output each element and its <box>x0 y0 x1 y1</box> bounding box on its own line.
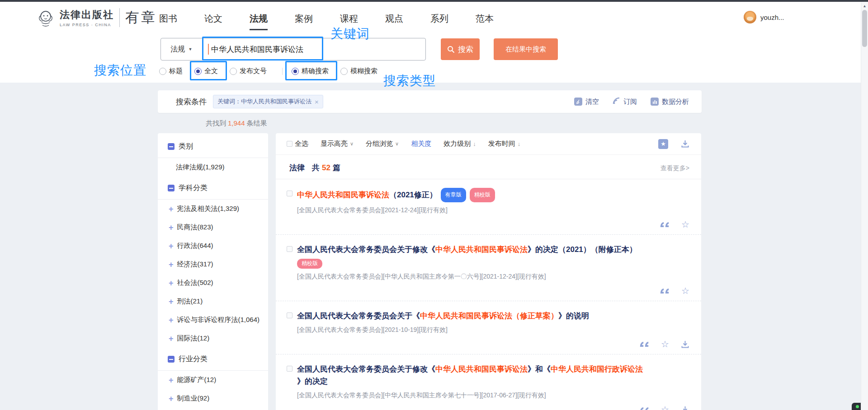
scrollbar-thumb[interactable] <box>862 10 867 47</box>
radio-icon[interactable] <box>292 68 299 75</box>
star-button[interactable]: ☆ <box>681 220 689 229</box>
nav-item-系列[interactable]: 系列 <box>430 13 448 30</box>
expand-plus-icon[interactable]: + <box>169 335 174 342</box>
action-label: 清空 <box>585 98 599 106</box>
sidebar-item[interactable]: +社会法(502) <box>158 274 268 292</box>
site-logo[interactable]: 法律出版社 LAW PRESS · CHINA 有章 <box>35 7 157 28</box>
expand-plus-icon[interactable]: + <box>169 224 174 231</box>
search-category-select[interactable]: 法规 ▼ <box>161 38 203 60</box>
result-title[interactable]: 全国人民代表大会常务委员会关于《中华人民共和国民事诉讼法（修正草案）》的说明 <box>297 310 589 322</box>
condition-tag-text: 关键词：中华人民共和国民事诉讼法 <box>217 98 311 106</box>
action-订阅[interactable]: 订阅 <box>613 97 637 106</box>
sidebar-item[interactable]: +民商法(823) <box>158 218 268 237</box>
radio-icon[interactable] <box>230 68 237 75</box>
nav-item-课程[interactable]: 课程 <box>340 13 358 30</box>
title-text: 全国人民代表大会常务委员会关于修改《 <box>297 245 435 254</box>
sidebar-item[interactable]: +制造业(92) <box>158 389 268 408</box>
download-all-button[interactable] <box>681 140 689 148</box>
view-more-link[interactable]: 查看更多> <box>660 164 689 172</box>
result-checkbox[interactable] <box>287 366 292 372</box>
download-button[interactable] <box>681 405 689 410</box>
collapse-minus-icon[interactable] <box>168 185 175 191</box>
result-checkbox[interactable] <box>287 312 292 318</box>
star-button[interactable]: ☆ <box>681 286 689 295</box>
highlight-dropdown[interactable]: 显示高亮 ∨ <box>321 140 354 148</box>
group-view-dropdown[interactable]: 分组浏览 ∨ <box>366 140 399 148</box>
page-scrollbar[interactable]: ▲ <box>861 2 868 410</box>
user-account[interactable]: youzh... <box>744 11 784 23</box>
result-title[interactable]: 全国人民代表大会常务委员会关于修改《中华人民共和国民事诉讼法》和《中华人民共和国… <box>297 363 643 387</box>
nav-item-法规[interactable]: 法规 <box>250 13 268 30</box>
expand-plus-icon[interactable]: + <box>169 396 174 402</box>
sidebar-item[interactable]: +能源矿产(12) <box>158 371 268 389</box>
mode-label: 模糊搜索 <box>350 67 377 75</box>
expand-plus-icon[interactable]: + <box>169 243 174 249</box>
scope-全文[interactable]: 全文 <box>194 67 218 75</box>
expand-plus-icon[interactable]: + <box>169 280 174 286</box>
sidebar-item[interactable]: +行政法(644) <box>158 237 268 255</box>
logo-divider <box>119 8 120 27</box>
nav-item-论文[interactable]: 论文 <box>204 13 222 30</box>
sidebar-section-行业分类[interactable]: 行业分类 <box>158 348 268 370</box>
title-text: 》的决定 <box>297 377 328 386</box>
sidebar-item[interactable]: +诉讼与非诉讼程序法(1,064) <box>158 311 268 329</box>
expand-plus-icon[interactable]: + <box>169 317 174 323</box>
scope-标题[interactable]: 标题 <box>159 67 183 75</box>
user-avatar[interactable] <box>744 11 756 23</box>
result-checkbox[interactable] <box>287 191 292 196</box>
checkbox-icon[interactable] <box>287 141 292 147</box>
nav-item-图书[interactable]: 图书 <box>159 13 177 30</box>
expand-plus-icon[interactable]: + <box>169 298 174 305</box>
sidebar-section-学科分类[interactable]: 学科分类 <box>158 177 268 199</box>
expand-plus-icon[interactable]: + <box>169 206 174 212</box>
radio-icon[interactable] <box>194 68 202 75</box>
sort-publish-date[interactable]: 发布时间 ↓ <box>488 140 521 148</box>
search-button[interactable]: 搜索 <box>441 38 480 60</box>
action-清空[interactable]: 清空 <box>574 98 599 106</box>
search-input[interactable]: 中华人民共和国民事诉讼法 <box>203 38 425 60</box>
sidebar-section-类别[interactable]: 类别 <box>158 135 268 158</box>
collapse-minus-icon[interactable] <box>168 143 175 150</box>
quote-button[interactable] <box>639 341 649 348</box>
quote-button[interactable] <box>639 406 649 410</box>
star-button[interactable]: ☆ <box>661 405 669 410</box>
close-icon[interactable]: × <box>315 98 319 106</box>
sort-effect-level[interactable]: 效力级别 ↓ <box>443 140 476 148</box>
select-all-checkbox[interactable]: 全选 <box>287 140 308 148</box>
sidebar-item-label: 社会法(502) <box>177 279 213 287</box>
sidebar-section-title: 学科分类 <box>179 183 208 193</box>
quote-button[interactable] <box>660 221 670 228</box>
radio-icon[interactable] <box>159 68 166 75</box>
action-数据分析[interactable]: 数据分析 <box>651 98 689 106</box>
sort-relevance[interactable]: 相关度 <box>411 140 431 148</box>
summary-count: 1,944 <box>228 119 245 127</box>
result-title[interactable]: 中华人民共和国民事诉讼法（2021修正）有章版精校版 <box>297 188 495 202</box>
quote-button[interactable] <box>660 288 670 294</box>
scope-发布文号[interactable]: 发布文号 <box>230 67 267 75</box>
bar-chart-icon <box>651 98 659 106</box>
radio-icon[interactable] <box>340 68 348 75</box>
expand-plus-icon[interactable]: + <box>169 261 174 268</box>
sidebar-item[interactable]: +建筑业(5) <box>158 408 268 410</box>
nav-item-范本[interactable]: 范本 <box>476 13 494 30</box>
result-title[interactable]: 全国人民代表大会常务委员会关于修改《中华人民共和国民事诉讼法》的决定（2021）… <box>297 243 637 256</box>
favorite-all-button[interactable]: ★ <box>658 139 668 149</box>
scroll-up-arrow-icon[interactable]: ▲ <box>861 2 868 8</box>
star-icon: ☆ <box>681 220 689 229</box>
sidebar-item[interactable]: 法律法规(1,929) <box>158 158 268 177</box>
sidebar-item[interactable]: +经济法(317) <box>158 255 268 274</box>
expand-plus-icon[interactable]: + <box>169 377 174 383</box>
collapse-minus-icon[interactable] <box>168 356 175 363</box>
result-checkbox[interactable] <box>287 246 292 252</box>
sidebar-item[interactable]: +国际法(12) <box>158 329 268 348</box>
mode-模糊搜索[interactable]: 模糊搜索 <box>340 67 377 75</box>
nav-item-观点[interactable]: 观点 <box>385 13 403 30</box>
nav-item-案例[interactable]: 案例 <box>295 13 313 30</box>
search-in-results-button[interactable]: 在结果中搜索 <box>494 38 558 60</box>
star-button[interactable]: ☆ <box>661 340 669 349</box>
mode-精确搜索[interactable]: 精确搜索 <box>292 67 329 75</box>
sidebar-item[interactable]: +宪法及相关法(1,329) <box>158 200 268 218</box>
sidebar-item[interactable]: +刑法(21) <box>158 292 268 311</box>
select-all-label: 全选 <box>295 140 308 148</box>
download-button[interactable] <box>681 340 689 349</box>
